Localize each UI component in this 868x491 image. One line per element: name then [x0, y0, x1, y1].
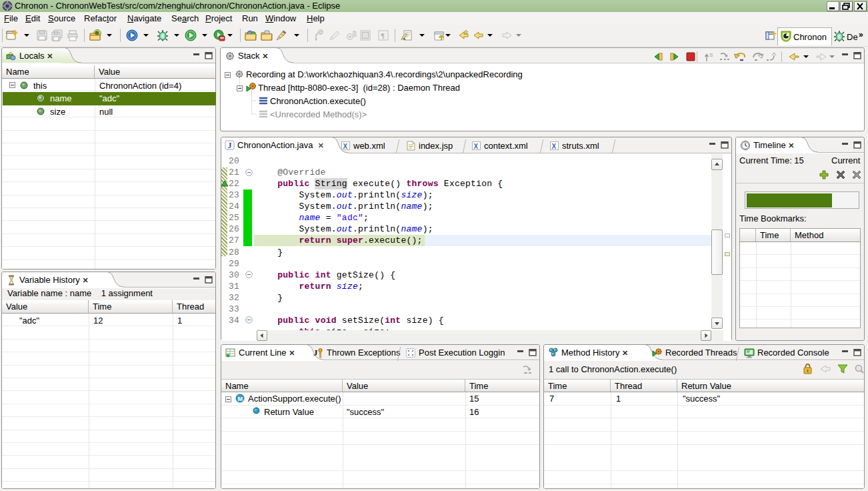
svg-text:J: J [313, 348, 318, 358]
svg-text:X: X [343, 143, 348, 150]
svg-text:X: X [474, 143, 479, 150]
svg-text:¶: ¶ [381, 31, 385, 39]
svg-text:C: C [319, 30, 323, 35]
svg-text:S: S [709, 52, 713, 58]
svg-text:M: M [238, 396, 243, 402]
svg-text:J: J [228, 141, 232, 150]
svg-text:X: X [552, 143, 557, 150]
